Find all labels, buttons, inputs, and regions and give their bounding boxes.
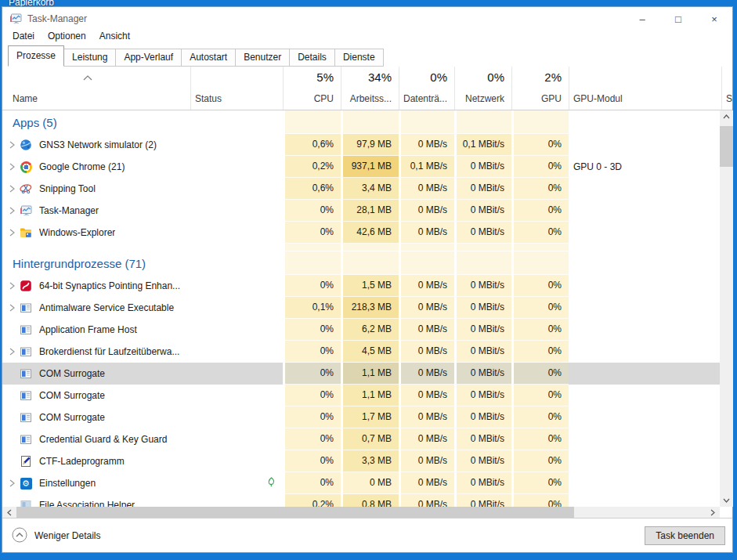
expand-chevron-icon[interactable] (9, 141, 20, 149)
cell-gpu: 0% (511, 156, 569, 178)
horizontal-scrollbar-thumb[interactable] (16, 507, 574, 518)
expand-chevron-icon[interactable] (9, 185, 20, 193)
cell-network: 0 MBit/s (454, 200, 511, 222)
vertical-scrollbar-thumb[interactable] (720, 126, 733, 167)
column-header-disk[interactable]: 0%Datenträ... (399, 67, 454, 110)
minimize-button[interactable]: – (624, 7, 660, 31)
process-row[interactable]: Brokerdienst für Laufzeitüberwa...0%4,5 … (2, 341, 732, 363)
process-row[interactable]: Google Chrome (21)0,2%937,1 MB0,1 MB/s0 … (2, 156, 732, 178)
tab-app-verlauf[interactable]: App-Verlauf (115, 49, 182, 67)
cell-memory: 3,3 MB (341, 450, 399, 472)
process-name-cell[interactable]: File Association Helper (2, 494, 190, 507)
expand-chevron-icon[interactable] (9, 304, 20, 312)
column-header-name[interactable]: Name (2, 67, 190, 110)
tab-dienste[interactable]: Dienste (334, 49, 384, 67)
details-toggle[interactable]: Weniger Details (12, 518, 100, 553)
exe-icon (20, 302, 32, 314)
menu-ansicht[interactable]: Ansicht (99, 31, 130, 45)
process-name-cell[interactable]: COM Surrogate (2, 385, 190, 406)
cell-memory: 1,5 MB (341, 275, 399, 297)
cell-network: 0 MBit/s (454, 178, 511, 200)
process-name-cell[interactable]: GNS3 Network simulator (2) (2, 134, 190, 156)
maximize-button[interactable]: □ (660, 7, 696, 31)
process-row[interactable]: COM Surrogate0%1,7 MB0 MB/s0 MBit/s0% (2, 406, 732, 428)
process-row[interactable]: COM Surrogate0%1,1 MB0 MB/s0 MBit/s0% (2, 385, 732, 406)
column-percent: 0% (430, 70, 447, 84)
process-row[interactable]: COM Surrogate0%1,1 MB0 MB/s0 MBit/s0% (2, 363, 732, 385)
expand-chevron-icon[interactable] (9, 207, 20, 215)
process-name-cell[interactable]: Credential Guard & Key Guard (2, 428, 190, 450)
menu-datei[interactable]: Datei (13, 31, 34, 45)
cell-disk: 0 MB/s (399, 406, 454, 428)
process-row[interactable]: File Association Helper0,2%0,8 MB0 MB/s0… (2, 494, 732, 507)
menu-optionen[interactable]: Optionen (48, 31, 86, 45)
cell-cpu: 0% (283, 341, 341, 363)
process-name: GNS3 Network simulator (2) (39, 139, 157, 150)
expand-chevron-icon[interactable] (9, 479, 20, 487)
tab-autostart[interactable]: Autostart (181, 49, 236, 67)
process-name: Google Chrome (21) (39, 161, 125, 172)
expand-chevron-icon[interactable] (9, 282, 20, 290)
cell-gpu: 0% (511, 319, 569, 341)
process-row[interactable]: 64-bit Synaptics Pointing Enhan...0%1,5 … (2, 275, 732, 297)
scroll-left-icon[interactable] (3, 507, 16, 518)
end-task-button[interactable]: Task beenden (645, 526, 725, 545)
column-header-gpu[interactable]: 2%GPU (511, 67, 569, 110)
process-name: CTF-Ladeprogramm (39, 456, 125, 467)
process-name-cell[interactable]: 64-bit Synaptics Pointing Enhan... (2, 275, 190, 297)
tab-leistung[interactable]: Leistung (63, 49, 116, 67)
process-name-cell[interactable]: COM Surrogate (2, 363, 190, 385)
process-name-cell[interactable]: Antimalware Service Executable (2, 297, 190, 319)
scroll-right-icon[interactable] (706, 507, 719, 518)
process-name-cell[interactable]: Windows-Explorer (2, 222, 190, 244)
column-label: S (726, 93, 732, 104)
process-row[interactable]: Antimalware Service Executable0,1%218,3 … (2, 297, 732, 319)
process-row[interactable]: CTF-Ladeprogramm0%3,3 MB0 MB/s0 MBit/s0% (2, 450, 732, 472)
column-header-power[interactable]: S (721, 67, 732, 110)
process-row[interactable]: ⚙Einstellungen0%0 MB0 MB/s0 MBit/s0% (2, 472, 732, 494)
process-row[interactable]: Snipping Tool0,6%3,4 MB0 MB/s0 MBit/s0% (2, 178, 732, 200)
section-row[interactable]: Apps (5) (2, 110, 732, 134)
cell-disk: 0 MB/s (399, 178, 454, 200)
tab-prozesse[interactable]: Prozesse (8, 45, 64, 67)
tab-benutzer[interactable]: Benutzer (235, 49, 290, 67)
cell-gpu: 0% (511, 363, 569, 385)
cell-network: 0 MBit/s (454, 319, 511, 341)
vertical-scrollbar[interactable] (720, 110, 733, 507)
process-row[interactable]: Windows-Explorer0%42,6 MB0 MB/s0 MBit/s0… (2, 222, 732, 244)
tab-details[interactable]: Details (289, 49, 335, 67)
expand-chevron-icon[interactable] (9, 163, 20, 171)
column-header-memory[interactable]: 34%Arbeitss... (341, 67, 399, 110)
close-button[interactable]: × (696, 7, 732, 31)
column-percent: 34% (368, 70, 392, 84)
process-row[interactable]: Credential Guard & Key Guard0%0,7 MB0 MB… (2, 428, 732, 450)
process-row[interactable]: Application Frame Host0%6,2 MB0 MB/s0 MB… (2, 319, 732, 341)
process-name-cell[interactable]: Application Frame Host (2, 319, 190, 341)
scroll-up-icon[interactable] (720, 110, 733, 123)
process-row[interactable]: GNS3 Network simulator (2)0,6%97,9 MB0 M… (2, 134, 732, 156)
process-name-cell[interactable]: Brokerdienst für Laufzeitüberwa... (2, 341, 190, 363)
expand-chevron-icon[interactable] (9, 348, 20, 356)
column-header-gpu_engine[interactable]: GPU-Modul (569, 67, 721, 110)
process-row[interactable]: Task-Manager0%28,1 MB0 MB/s0 MBit/s0% (2, 200, 732, 222)
cell-disk: 0 MB/s (399, 134, 454, 156)
column-label: Name (13, 93, 38, 104)
column-header-network[interactable]: 0%Netzwerk (454, 67, 511, 110)
process-name-cell[interactable]: CTF-Ladeprogramm (2, 450, 190, 472)
scroll-down-icon[interactable] (720, 494, 733, 507)
horizontal-scrollbar[interactable] (2, 507, 720, 518)
process-name-cell[interactable]: ⚙Einstellungen (2, 472, 190, 494)
process-name-cell[interactable]: COM Surrogate (2, 406, 190, 428)
titlebar[interactable]: Task-Manager – □ × (2, 7, 732, 31)
column-label: GPU-Modul (573, 93, 623, 104)
process-name-cell[interactable]: Task-Manager (2, 200, 190, 222)
process-name-cell[interactable]: Google Chrome (21) (2, 156, 190, 178)
section-row[interactable]: Hintergrundprozesse (71) (2, 251, 732, 275)
fileassoc-icon (20, 499, 32, 507)
cell-network: 0 MBit/s (454, 385, 511, 406)
process-name-cell[interactable]: Snipping Tool (2, 178, 190, 200)
expand-chevron-icon[interactable] (9, 229, 20, 237)
column-header-status[interactable]: Status (190, 67, 283, 110)
column-label: Status (195, 93, 222, 104)
column-header-cpu[interactable]: 5%CPU (283, 67, 341, 110)
